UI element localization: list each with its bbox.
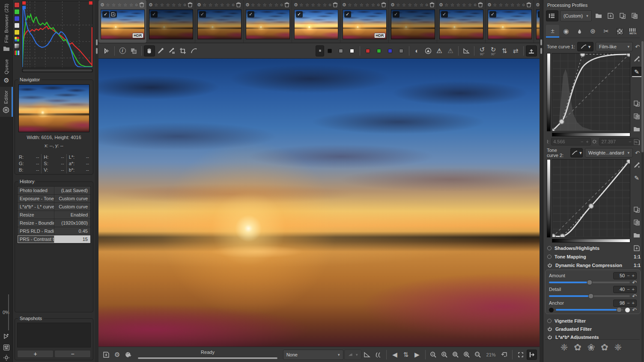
trash-icon[interactable] [332,2,338,8]
filmstrip-panel-toggle-button[interactable] [527,350,537,360]
left-splitter[interactable] [95,0,98,362]
new-detail-window-button[interactable] [499,350,510,360]
thumb-size-slider[interactable] [8,294,9,330]
expander-drc[interactable]: Dynamic Range Compression 1:1 [543,261,641,270]
filmstrip-thumbnail[interactable]: ⚙☆ ☆ ☆ ☆ ☆○ ✓ [389,0,437,43]
apply-profile-icon[interactable]: ⚙ [536,2,540,8]
history-row[interactable]: Resize - Bounding...(1920x1080) [18,219,90,227]
tone-curve-1-editor[interactable] [547,53,632,137]
gamut-check-button[interactable] [423,45,434,56]
color-profile-select[interactable]: None▾ [283,350,343,360]
reset-icon[interactable]: ↶ [635,150,640,156]
fullscreen-button[interactable] [516,350,526,360]
shadow-clipping-button[interactable]: ⚠ [445,45,456,56]
previous-image-button[interactable]: ◀ [390,350,400,360]
power-icon[interactable] [547,326,552,332]
color-label-icon[interactable]: ○ [425,2,428,7]
color-label-icon[interactable]: ○ [280,2,283,7]
tab-editor[interactable]: Editor [0,87,13,117]
color-picker-button[interactable] [155,45,166,56]
star-rating[interactable]: ☆ ☆ ☆ ☆ ☆ [105,3,134,7]
reset-icon[interactable]: ↶ [632,293,637,300]
thumbnail-image[interactable]: ✓ [439,9,483,39]
anchor-slider[interactable]: ↶ [549,307,637,313]
sync-filmstrip-button[interactable]: ⇅ [401,350,411,360]
zoom-fit-button[interactable] [450,350,461,360]
filmstrip-thumbnail[interactable]: ⚙☆ ☆ ☆ ☆ ☆○ ✓ [195,0,244,43]
thumbnail-image[interactable]: ✓ [294,9,338,39]
snapshots-list[interactable] [17,323,91,347]
paste-curve-icon[interactable] [632,217,642,228]
trash-icon[interactable] [139,2,145,8]
add-snapshot-button[interactable]: + [17,350,54,358]
trash-icon[interactable] [381,2,387,8]
reset-icon[interactable]: ↶ [632,307,637,313]
trash-icon[interactable] [477,2,483,8]
apply-profile-icon[interactable]: ⚙ [439,2,443,8]
hand-tool-button[interactable] [144,45,155,56]
apply-profile-icon[interactable]: ⚙ [149,2,153,8]
history-row[interactable]: Exposure - Tone c...Custom curve [18,195,90,203]
apply-profile-icon[interactable]: ⚙ [245,2,250,8]
soft-proof-gamut-button[interactable] [362,350,373,360]
load-curve-folder-icon[interactable] [632,230,642,240]
histogram-green-toggle[interactable] [14,9,20,15]
zoom-fit-crop-button[interactable] [462,350,472,360]
apply-profile-icon[interactable]: ⚙ [391,2,395,8]
apply-profile-icon[interactable]: ⚙ [100,2,104,8]
input-value-spinner[interactable]: 4.566−+ [551,138,591,145]
add-to-queue-icon[interactable]: ⚙ [112,350,122,360]
thumbnail-image[interactable]: ✓ HDR [101,9,145,39]
thumbnail-image[interactable]: ✓ [536,9,540,39]
color-label-icon[interactable]: ○ [135,2,138,7]
star-rating[interactable]: ☆ ☆ ☆ ☆ ☆ [347,3,376,7]
color-label-icon[interactable]: ○ [232,2,235,7]
tab-advanced[interactable]: ⊛ [586,25,599,38]
reset-icon[interactable]: ↶ [635,44,640,50]
histogram-chroma-toggle[interactable] [14,30,20,35]
expander-lab-adjustments[interactable]: L*a*b* Adjustments [543,333,641,341]
enable-toggle-icon[interactable] [547,319,552,323]
main-image-canvas[interactable] [98,59,540,347]
tab-raw[interactable] [613,25,626,38]
copy-curve-icon[interactable] [632,205,642,215]
out-of-gamut-button[interactable] [373,350,383,360]
soft-proofing-select[interactable]: ▾ [344,350,361,360]
zoom-out-button[interactable] [429,350,439,360]
channel-red-button[interactable] [362,45,373,56]
channel-green-button[interactable] [373,45,385,56]
navigator-preview[interactable] [18,84,89,132]
detail-slider[interactable]: ↶ [549,293,637,299]
curve-type-1-button[interactable]: ▾ [577,42,593,51]
histogram-blue-toggle[interactable] [14,16,20,21]
thumbnail-image[interactable]: ✓ [391,9,435,39]
tab-detail[interactable]: ◉ [559,25,572,38]
apply-profile-icon[interactable]: ⚙ [487,2,492,8]
thumbnail-image[interactable]: ✓ [197,9,242,39]
star-rating[interactable]: ☆ ☆ ☆ ☆ ☆ [154,3,182,7]
filmstrip-thumbnail[interactable]: ⚙ ✓ [534,0,540,43]
star-rating[interactable]: ☆ ☆ ☆ ☆ ☆ [396,3,424,7]
history-row[interactable]: Photo loaded(Last Saved) [18,187,90,195]
background-black-button[interactable] [324,45,335,56]
tab-metadata[interactable]: META [626,25,640,38]
power-icon[interactable] [547,263,552,268]
trash-icon[interactable] [236,2,242,8]
curve-type-2-button[interactable]: ▾ [570,148,583,157]
expander-tone-mapping[interactable]: Tone Mapping 1:1 [543,252,641,261]
tool-panel-scrollbar[interactable] [641,41,644,362]
curve-mode-2-select[interactable]: Weighte...andard▾ [585,148,633,157]
histogram-luminosity-toggle[interactable] [14,23,20,28]
apply-profile-icon[interactable]: ⚙ [342,2,346,8]
star-rating[interactable]: ☆ ☆ ☆ ☆ ☆ [202,3,231,7]
false-color-button[interactable]: ◐ [411,45,423,56]
channel-luminosity-button[interactable] [396,45,407,56]
histogram-rgb-mode-toggle[interactable] [14,36,20,42]
edit-curve-pencil-icon[interactable]: ✎ [632,67,642,77]
thumbnail-image[interactable]: ✓ [246,9,290,39]
zoom-100-button[interactable]: 1:1 [473,350,483,360]
tab-color[interactable] [573,25,586,38]
star-rating[interactable]: ☆ ☆ ☆ ☆ ☆ [250,3,279,7]
expander-vignette-filter[interactable]: Vignette Filter [543,317,641,325]
navigation-move-icon[interactable] [1,353,12,362]
